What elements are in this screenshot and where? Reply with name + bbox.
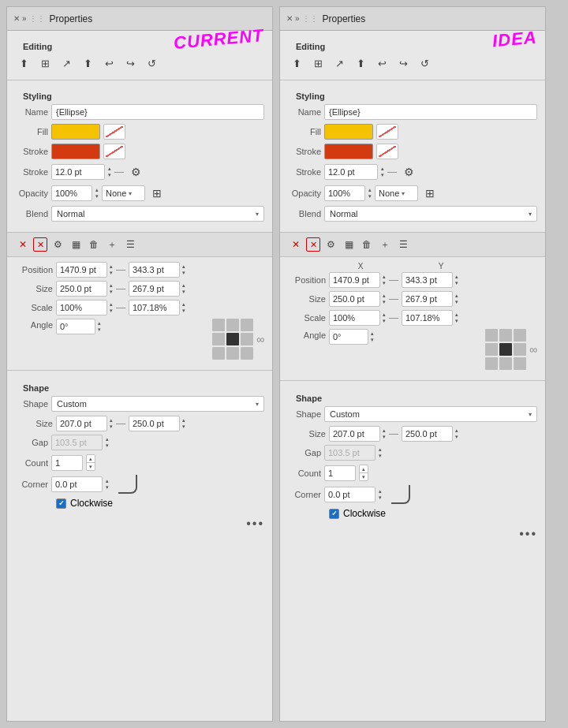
right-name-input[interactable] (324, 104, 537, 120)
right-angle-stepper[interactable]: ▴▾ (371, 330, 374, 343)
right-opacity-input[interactable] (324, 185, 365, 201)
right-grid-cell-tr[interactable] (514, 329, 526, 342)
left-name-input[interactable] (51, 104, 264, 120)
right-opacity-icon[interactable]: ⊞ (421, 185, 439, 202)
left-ellipsis-icon[interactable]: ••• (246, 517, 264, 531)
right-opacity-stepper[interactable]: ▴▾ (368, 187, 372, 200)
left-stroke-size-input[interactable] (51, 164, 105, 180)
right-size-h-stepper[interactable]: ▴▾ (455, 293, 458, 305)
left-size-h-input[interactable] (129, 281, 180, 297)
right-close-icon[interactable]: ✕ (286, 14, 293, 23)
right-position-y-stepper[interactable]: ▴▾ (455, 274, 458, 286)
right-add-icon[interactable]: ＋ (377, 237, 393, 252)
right-grid-icon[interactable]: ▦ (341, 237, 357, 252)
close-icon[interactable]: ✕ (13, 14, 20, 23)
left-stroke-none[interactable] (103, 144, 125, 159)
right-scale-y-stepper[interactable]: ▴▾ (455, 312, 458, 324)
left-count-stepper[interactable]: ▴▾ (86, 454, 95, 471)
right-grid-cell-mr[interactable] (514, 343, 526, 356)
undo-icon[interactable]: ↩ (100, 54, 118, 72)
left-shape-dropdown[interactable]: Custom ▾ (51, 396, 264, 412)
right-grid-cell-bl[interactable] (485, 357, 498, 370)
right-clockwise-checkbox[interactable] (329, 509, 339, 519)
left-stroke-settings-icon[interactable]: ⚙ (127, 163, 144, 181)
right-list-icon[interactable]: ☰ (395, 237, 411, 252)
left-angle-stepper[interactable]: ▴▾ (98, 320, 101, 333)
redo-icon[interactable]: ↪ (121, 54, 139, 72)
right-undo-icon[interactable]: ↩ (373, 54, 390, 72)
left-position-x-stepper[interactable]: ▴▾ (110, 263, 113, 276)
left-fill-swatch[interactable] (51, 124, 100, 140)
refresh-icon[interactable]: ↺ (143, 54, 160, 72)
right-export-icon[interactable]: ↗ (331, 54, 348, 72)
left-list-icon[interactable]: ☰ (122, 237, 138, 252)
left-shape-h-stepper[interactable]: ▴▾ (182, 417, 185, 430)
right-position-y-input[interactable] (402, 272, 453, 288)
right-shape-h-stepper[interactable]: ▴▾ (455, 427, 458, 440)
right-shape-w-input[interactable] (329, 426, 380, 442)
right-grid-cell-tl[interactable] (485, 329, 498, 342)
left-grid-cell-ml[interactable] (212, 333, 225, 345)
right-size-w-stepper[interactable]: ▴▾ (383, 293, 386, 305)
left-scale-y-input[interactable] (129, 300, 180, 315)
right-shape-h-input[interactable] (402, 426, 453, 442)
right-fill-none[interactable] (376, 124, 398, 140)
copy-icon[interactable]: ⊞ (36, 54, 54, 72)
left-stroke-swatch[interactable] (51, 144, 100, 159)
left-size-h-stepper[interactable]: ▴▾ (182, 282, 185, 295)
left-close-btn[interactable]: ✕ (15, 237, 31, 252)
left-size-w-input[interactable] (56, 281, 107, 297)
left-scale-x-stepper[interactable]: ▴▾ (110, 301, 113, 314)
right-size-h-input[interactable] (402, 291, 453, 307)
right-corner-input[interactable] (324, 487, 376, 502)
left-none-dropdown[interactable]: None ▾ (102, 185, 145, 201)
left-corner-stepper[interactable]: ▴▾ (106, 478, 109, 491)
right-size-w-input[interactable] (329, 291, 380, 307)
left-grid-cell-bl[interactable] (212, 347, 225, 360)
right-position-x-input[interactable] (329, 272, 380, 288)
right-ellipsis-footer[interactable]: ••• (280, 524, 545, 544)
left-link-icon[interactable]: ∞ (256, 333, 264, 345)
right-gear-icon[interactable]: ⚙ (323, 237, 338, 252)
left-position-y-input[interactable] (129, 262, 180, 278)
right-scale-x-stepper[interactable]: ▴▾ (383, 312, 386, 324)
right-copy-icon[interactable]: ⊞ (309, 54, 327, 72)
right-shape-dropdown[interactable]: Custom ▾ (324, 406, 537, 422)
right-scale-y-input[interactable] (402, 310, 453, 326)
right-corner-stepper[interactable]: ▴▾ (379, 488, 382, 501)
left-position-x-input[interactable] (56, 262, 107, 278)
right-stroke-stepper[interactable]: ▴▾ (381, 166, 384, 178)
expand-icon[interactable]: » (22, 14, 27, 23)
right-stroke-settings-icon[interactable]: ⚙ (400, 163, 417, 181)
left-opacity-stepper[interactable]: ▴▾ (95, 187, 99, 200)
right-close2-btn[interactable]: ✕ (306, 237, 320, 252)
right-grid-cell-tc[interactable] (499, 329, 512, 342)
left-add-icon[interactable]: ＋ (104, 237, 120, 252)
right-stroke-size-input[interactable] (324, 164, 378, 180)
share-icon[interactable]: ⬆ (79, 54, 96, 72)
left-opacity-icon[interactable]: ⊞ (148, 185, 166, 202)
left-opacity-input[interactable] (51, 185, 92, 201)
left-close2-btn[interactable]: ✕ (33, 237, 47, 252)
right-none-dropdown[interactable]: None ▾ (375, 185, 418, 201)
left-gap-stepper[interactable]: ▴▾ (106, 436, 109, 449)
left-fill-none[interactable] (103, 124, 125, 140)
right-count-input[interactable] (324, 465, 356, 481)
left-grid-cell-tc[interactable] (226, 319, 239, 331)
left-size-w-stepper[interactable]: ▴▾ (110, 282, 113, 295)
left-grid-cell-tl[interactable] (212, 319, 225, 331)
left-angle-input[interactable] (56, 319, 95, 334)
left-shape-w-input[interactable] (56, 416, 107, 431)
right-grid-cell-br[interactable] (514, 357, 526, 370)
right-expand-icon[interactable]: » (295, 14, 300, 23)
left-shape-w-stepper[interactable]: ▴▾ (110, 417, 113, 430)
right-scale-x-input[interactable] (329, 310, 380, 326)
right-refresh-icon[interactable]: ↺ (416, 54, 433, 72)
right-grid-cell-mc[interactable] (499, 343, 512, 356)
left-trash-icon[interactable]: 🗑 (86, 237, 102, 252)
right-trash-icon[interactable]: 🗑 (359, 237, 375, 252)
export-icon[interactable]: ↗ (58, 54, 75, 72)
upload-icon[interactable]: ⬆ (15, 54, 32, 72)
left-shape-h-input[interactable] (129, 416, 180, 431)
right-ellipsis-icon[interactable]: ••• (519, 527, 537, 541)
